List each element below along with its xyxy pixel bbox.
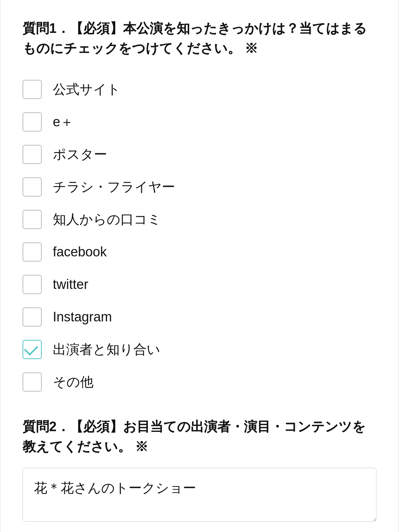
checkbox-item: e＋ (23, 106, 376, 138)
checkbox-box-opt1[interactable] (23, 80, 42, 99)
question1-title: 質問1．【必須】本公演を知ったきっかけは？当てはまるものにチェックをつけてくださ… (23, 18, 376, 58)
checkbox-label-opt9: 出演者と知り合い (53, 341, 160, 358)
checkbox-list: 公式サイトe＋ポスターチラシ・フライヤー知人からの口コミfacebooktwit… (23, 73, 376, 398)
checkbox-item: 出演者と知り合い (23, 333, 376, 366)
checkbox-item: facebook (23, 236, 376, 268)
checkbox-item: その他 (23, 366, 376, 398)
checkbox-label-opt5: 知人からの口コミ (53, 211, 161, 228)
checkbox-label-opt3: ポスター (53, 146, 107, 163)
checkbox-item: Instagram (23, 301, 376, 333)
page-container: 質問1．【必須】本公演を知ったきっかけは？当てはまるものにチェックをつけてくださ… (0, 0, 399, 532)
checkbox-item: 知人からの口コミ (23, 203, 376, 236)
checkbox-box-opt2[interactable] (23, 112, 42, 132)
checkbox-item: 公式サイト (23, 73, 376, 106)
question2-textarea[interactable] (23, 468, 376, 522)
checkbox-box-opt3[interactable] (23, 145, 42, 164)
checkbox-item: チラシ・フライヤー (23, 171, 376, 203)
checkbox-label-opt8: Instagram (53, 308, 112, 326)
checkbox-label-opt2: e＋ (53, 113, 74, 131)
checkbox-box-opt6[interactable] (23, 242, 42, 262)
checkbox-label-opt10: その他 (53, 374, 93, 391)
checkbox-label-opt6: facebook (53, 243, 107, 261)
checkbox-item: twitter (23, 268, 376, 301)
checkbox-label-opt1: 公式サイト (53, 81, 120, 98)
checkbox-item: ポスター (23, 138, 376, 171)
checkbox-label-opt7: twitter (53, 276, 88, 293)
checkbox-box-opt8[interactable] (23, 307, 42, 327)
checkbox-box-opt4[interactable] (23, 177, 42, 197)
checkbox-box-opt5[interactable] (23, 210, 42, 229)
checkbox-box-opt9[interactable] (23, 340, 42, 359)
question2-title: 質問2．【必須】お目当ての出演者・演目・コンテンツを教えてください。 ※ (23, 417, 376, 457)
checkbox-box-opt10[interactable] (23, 372, 42, 392)
checkbox-box-opt7[interactable] (23, 275, 42, 294)
checkbox-label-opt4: チラシ・フライヤー (53, 178, 175, 196)
